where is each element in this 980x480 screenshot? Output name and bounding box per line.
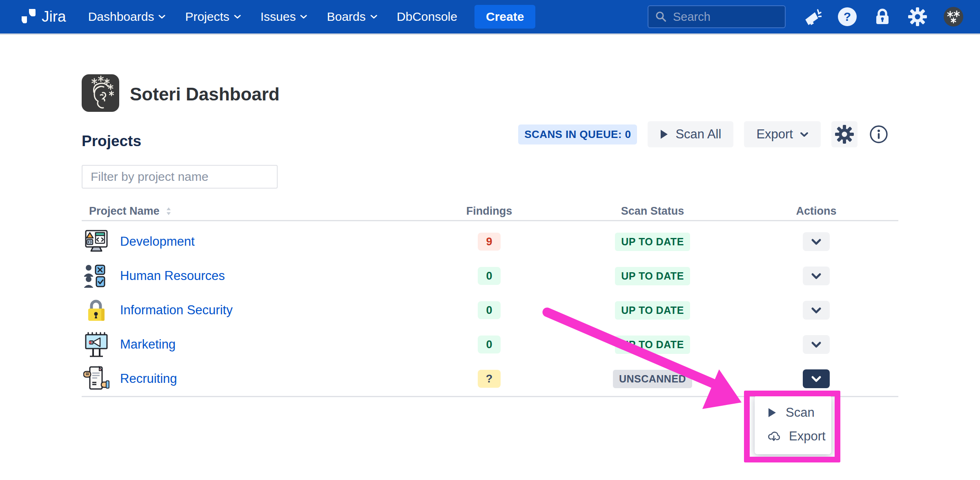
row-actions-button[interactable] (803, 267, 830, 285)
scan-status-badge: UP TO DATE (615, 336, 690, 354)
column-scan-status: Scan Status (546, 205, 760, 218)
settings-gear-icon[interactable] (908, 7, 927, 26)
chevron-down-icon (811, 376, 822, 382)
table-row-human-resources: Human Resources 0 UP TO DATE (82, 259, 898, 293)
global-search[interactable] (648, 5, 786, 28)
project-link-marketing[interactable]: Marketing (120, 337, 176, 352)
create-button[interactable]: Create (474, 5, 535, 29)
menu-dbconsole[interactable]: DbConsole (397, 10, 457, 24)
menu-boards[interactable]: Boards (327, 10, 377, 24)
project-link-information-security[interactable]: Information Security (120, 303, 233, 318)
info-button[interactable] (868, 121, 889, 147)
chevron-down-icon (158, 15, 165, 19)
column-project-name[interactable]: Project Name (82, 205, 433, 218)
menu-projects[interactable]: Projects (185, 10, 241, 24)
project-filter-input[interactable] (82, 165, 278, 189)
findings-badge: 0 (478, 301, 501, 319)
chevron-down-icon (811, 273, 822, 280)
findings-badge: 0 (478, 267, 501, 285)
row-actions-dropdown: Scan Export (755, 396, 831, 454)
chevron-down-icon (811, 307, 822, 314)
projects-toolbar: SCANS IN QUEUE: 0 Scan All Export (518, 121, 889, 148)
findings-badge: 9 (478, 233, 501, 251)
table-row-development: Development 9 UP TO DATE (82, 224, 898, 259)
column-actions: Actions (760, 205, 873, 218)
gear-icon (835, 125, 854, 144)
project-link-development[interactable]: Development (120, 234, 195, 249)
projects-heading: Projects (82, 133, 141, 150)
sort-icon (165, 206, 172, 216)
page-title: Soteri Dashboard (130, 84, 280, 104)
row-actions-button[interactable] (803, 232, 830, 251)
menu-issues[interactable]: Issues (261, 10, 307, 24)
table-body: Development 9 UP TO DATE (82, 221, 898, 397)
menu-dashboards[interactable]: Dashboards (88, 10, 166, 24)
play-icon (768, 407, 777, 418)
jira-logo-icon (19, 7, 38, 26)
row-actions-button[interactable] (803, 301, 830, 320)
top-navbar: Jira Dashboards Projects Issues Boards D… (0, 0, 980, 33)
chevron-down-icon (800, 132, 808, 137)
dropdown-item-export[interactable]: Export (755, 424, 831, 448)
cloud-download-icon (768, 431, 780, 442)
row-actions-button-open[interactable] (803, 369, 830, 388)
announcement-megaphone-icon[interactable] (802, 7, 822, 27)
table-row-marketing: Marketing 0 UP TO DATE (82, 327, 898, 362)
projects-table: Project Name Findings Scan Status Action… (82, 202, 898, 397)
brand-name: Jira (42, 8, 66, 25)
table-header-row: Project Name Findings Scan Status Action… (82, 202, 898, 221)
export-button[interactable]: Export (744, 121, 821, 147)
chevron-down-icon (370, 15, 377, 19)
recruiting-project-icon (83, 366, 109, 392)
chevron-down-icon (300, 15, 307, 19)
table-row-information-security: Information Security 0 UP TO DATE (82, 293, 898, 327)
scan-status-badge: UP TO DATE (615, 301, 690, 320)
findings-badge: 0 (478, 336, 501, 353)
lock-icon[interactable] (873, 7, 892, 26)
row-actions-button[interactable] (803, 335, 830, 354)
soteri-dashboard-page: Jira Dashboards Projects Issues Boards D… (0, 0, 980, 480)
marketing-project-icon (83, 331, 109, 358)
chevron-down-icon (234, 15, 241, 19)
chevron-down-icon (811, 341, 822, 348)
dashboard-settings-button[interactable] (831, 121, 858, 147)
main-menu: Dashboards Projects Issues Boards DbCons… (88, 10, 457, 24)
table-row-recruiting: Recruiting ? UNSCANNED (82, 362, 898, 396)
dropdown-item-scan[interactable]: Scan (755, 401, 831, 424)
jira-logo[interactable]: Jira (19, 7, 66, 26)
info-icon (869, 124, 889, 144)
scan-status-badge: UP TO DATE (615, 233, 690, 251)
scan-status-badge: UNSCANNED (613, 370, 692, 388)
development-project-icon (83, 229, 109, 255)
search-input[interactable] (673, 10, 778, 24)
project-link-human-resources[interactable]: Human Resources (120, 269, 225, 283)
project-link-recruiting[interactable]: Recruiting (120, 371, 177, 386)
scan-all-button[interactable]: Scan All (648, 121, 733, 147)
avatar[interactable] (943, 7, 964, 27)
human-resources-project-icon (83, 263, 109, 289)
play-icon (660, 129, 668, 140)
scans-in-queue-badge: SCANS IN QUEUE: 0 (518, 124, 637, 144)
help-icon[interactable]: ? (838, 7, 857, 26)
navbar-right: ? (648, 5, 964, 28)
findings-badge: ? (478, 370, 501, 388)
soteri-app-icon (82, 74, 119, 112)
information-security-project-icon (83, 297, 109, 323)
column-findings: Findings (433, 205, 546, 218)
scan-status-badge: UP TO DATE (615, 267, 690, 285)
chevron-down-icon (811, 238, 822, 245)
search-icon (655, 11, 667, 23)
